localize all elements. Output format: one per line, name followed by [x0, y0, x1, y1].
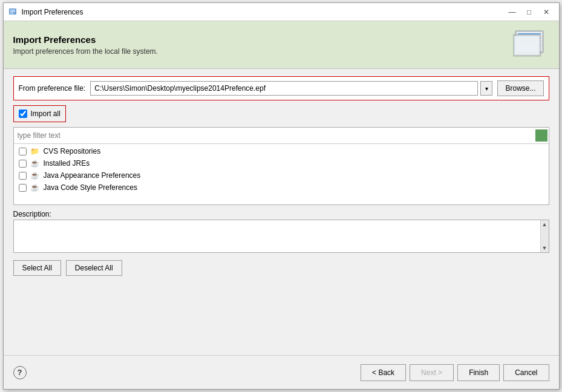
title-bar: Import Preferences — □ ✕ [4, 3, 559, 21]
title-controls: — □ ✕ [505, 6, 554, 18]
file-selection-row: From preference file: ▾ Browse... [13, 76, 549, 100]
minimize-button[interactable]: — [505, 6, 520, 18]
browse-button[interactable]: Browse... [497, 80, 543, 96]
header-banner: Import Preferences Import preferences fr… [4, 21, 559, 69]
description-scrollbar[interactable]: ▲ ▼ [540, 220, 549, 252]
next-button[interactable]: Next > [410, 364, 454, 381]
import-all-row: Import all [13, 105, 66, 122]
content-area: From preference file: ▾ Browse... Import… [4, 69, 559, 355]
filter-tree-section: 📁 CVS Repositories ☕ Installed JREs ☕ Ja… [13, 127, 549, 205]
file-path-input[interactable] [90, 81, 478, 96]
header-subtitle: Import preferences from the local file s… [13, 47, 158, 56]
tree-item-label: Installed JREs [44, 159, 90, 168]
close-button[interactable]: ✕ [538, 6, 554, 18]
back-button[interactable]: < Back [361, 364, 406, 381]
cvs-icon: 📁 [30, 146, 40, 156]
cancel-button[interactable]: Cancel [503, 364, 549, 381]
tree-item[interactable]: ☕ Java Appearance Preferences [14, 169, 549, 181]
footer-left: ? [13, 366, 27, 379]
header-title: Import Preferences [13, 34, 158, 45]
description-section: Description: ▲ ▼ [13, 210, 549, 253]
tree-item-label: Java Code Style Preferences [44, 183, 137, 192]
tree-item-checkbox-java-code[interactable] [19, 184, 27, 192]
header-text: Import Preferences Import preferences fr… [13, 34, 158, 56]
tree-item-checkbox-cvs[interactable] [19, 148, 27, 155]
svg-rect-1 [10, 10, 15, 10]
selection-buttons: Select All Deselect All [13, 260, 549, 276]
main-window: Import Preferences — □ ✕ Import Preferen… [3, 2, 560, 390]
title-bar-left: Import Preferences [8, 7, 83, 17]
tree-item-checkbox-jres[interactable] [19, 160, 27, 168]
svg-rect-14 [514, 36, 540, 55]
jre-icon: ☕ [30, 158, 40, 168]
deselect-all-button[interactable]: Deselect All [66, 260, 122, 276]
description-box: ▲ ▼ [13, 220, 549, 253]
window-title: Import Preferences [22, 8, 83, 16]
header-graphic-icon [513, 30, 549, 60]
import-all-checkbox[interactable] [19, 109, 27, 118]
select-all-button[interactable]: Select All [13, 260, 61, 276]
description-label: Description: [13, 210, 549, 218]
svg-rect-3 [10, 13, 13, 13]
tree-item-label: CVS Repositories [44, 147, 101, 155]
maximize-button[interactable]: □ [521, 6, 537, 18]
filter-row [14, 128, 549, 144]
import-all-label: Import all [31, 109, 60, 118]
filter-input[interactable] [14, 128, 534, 143]
tree-item[interactable]: 📁 CVS Repositories [14, 145, 549, 157]
finish-button[interactable]: Finish [457, 364, 500, 381]
svg-rect-2 [10, 11, 15, 11]
file-input-wrapper: ▾ [90, 81, 492, 96]
dropdown-arrow-button[interactable]: ▾ [480, 81, 492, 96]
help-button[interactable]: ? [13, 366, 27, 379]
java-code-icon: ☕ [30, 183, 40, 192]
tree-item[interactable]: ☕ Installed JREs [14, 157, 549, 169]
tree-item-label: Java Appearance Preferences [44, 171, 141, 180]
app-icon [8, 7, 18, 17]
java-appearance-icon: ☕ [30, 171, 40, 180]
footer: ? < Back Next > Finish Cancel [4, 355, 559, 389]
footer-buttons: < Back Next > Finish Cancel [361, 364, 549, 381]
filter-clear-button[interactable] [535, 129, 547, 142]
file-label: From preference file: [19, 84, 86, 93]
scroll-down-icon[interactable]: ▼ [542, 245, 547, 251]
tree-item[interactable]: ☕ Java Code Style Preferences [14, 181, 549, 194]
tree-area[interactable]: 📁 CVS Repositories ☕ Installed JREs ☕ Ja… [14, 144, 549, 204]
scroll-up-icon[interactable]: ▲ [542, 221, 547, 227]
tree-item-checkbox-java-appearance[interactable] [19, 172, 27, 180]
